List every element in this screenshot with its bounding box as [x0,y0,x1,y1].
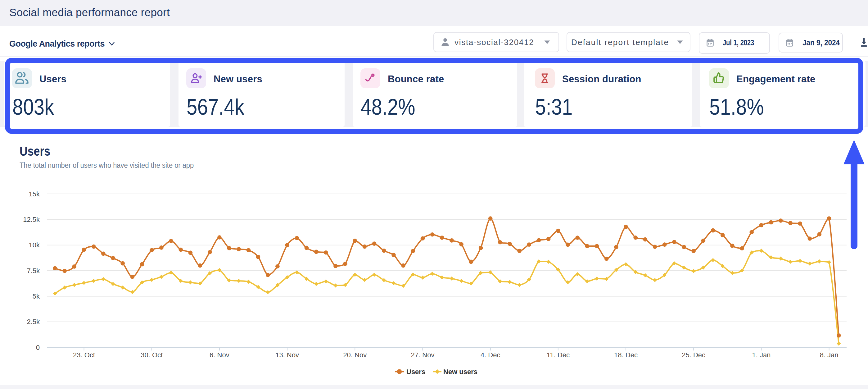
svg-text:20. Nov: 20. Nov [343,351,367,359]
svg-text:12.5k: 12.5k [23,216,40,223]
svg-text:13. Nov: 13. Nov [275,351,299,359]
svg-text:27. Nov: 27. Nov [411,351,435,359]
svg-text:New users: New users [443,368,477,376]
svg-text:30. Oct: 30. Oct [141,351,163,359]
svg-text:18. Dec: 18. Dec [614,351,638,359]
svg-text:25. Dec: 25. Dec [682,351,705,359]
svg-text:11. Dec: 11. Dec [547,351,570,359]
svg-text:23. Oct: 23. Oct [73,351,95,359]
svg-text:10k: 10k [29,241,40,249]
svg-text:1. Jan: 1. Jan [752,351,771,359]
svg-text:5k: 5k [33,293,40,300]
svg-text:Users: Users [406,368,425,376]
svg-text:0: 0 [36,344,40,352]
svg-text:2.5k: 2.5k [27,318,40,326]
svg-text:7.5k: 7.5k [27,267,40,275]
svg-text:4. Dec: 4. Dec [480,351,500,359]
svg-text:6. Nov: 6. Nov [210,351,229,359]
svg-text:8. Jan: 8. Jan [820,351,838,359]
svg-text:15k: 15k [29,190,40,198]
